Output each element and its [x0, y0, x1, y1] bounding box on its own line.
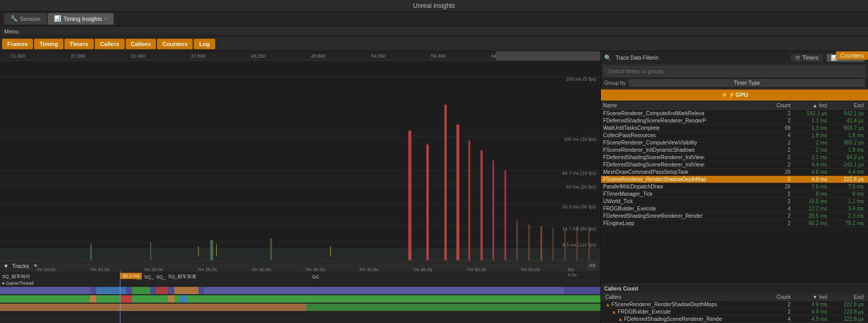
table-row[interactable]: FDeferredShadingSceneRenderer_RenderP 2 …: [601, 117, 868, 125]
table-row[interactable]: FTimerManager_Tick 2 8 ms 8 ms: [601, 191, 868, 198]
selected-time-indicator: 90.2 ms: [120, 272, 142, 279]
svg-rect-20: [516, 220, 517, 260]
row-name-14: FDeferredShadingSceneRenderer_Render: [603, 213, 766, 219]
nav-callees[interactable]: Callees: [126, 39, 157, 49]
row-excl-10: 7.5 ms: [829, 184, 866, 190]
tab-timing-label: Timing Insights: [63, 16, 102, 22]
caller-incl-0: 4.9 ms: [793, 302, 829, 307]
row-name-4: FSceneRenderer_ComputeViewVisibility: [603, 140, 766, 146]
row-count-11: 2: [766, 191, 793, 197]
scrollbar-indicator[interactable]: [496, 51, 600, 61]
row-incl-6: 2.1 ms: [793, 154, 829, 160]
row-excl-1: 41.4 µs: [829, 118, 866, 124]
row-excl-12: 1.2 ms: [829, 198, 866, 204]
svg-rect-15: [457, 125, 460, 260]
search-input[interactable]: [604, 66, 865, 76]
row-name-7: FDeferredShadingSceneRenderer_InitView:: [603, 162, 766, 168]
nav-counters[interactable]: Counters: [157, 39, 193, 49]
nav-timers[interactable]: Timers: [64, 39, 94, 49]
ruler-mark-1: 27,000: [71, 53, 85, 59]
svg-rect-21: [528, 224, 529, 260]
row-incl-4: 2 ms: [793, 140, 829, 146]
callers-section: Callers Count Callers Count ▼ Incl Excl …: [601, 284, 868, 323]
sq-label-3: SQ_: [144, 274, 153, 280]
row-excl-8: 4.4 ms: [829, 169, 866, 175]
gpu-button[interactable]: ⚡⚡GPU: [601, 90, 868, 101]
caller-excl-1: 222.8 µs: [829, 309, 866, 315]
callers-header-row: Callers Count ▼ Incl Excl: [601, 294, 868, 301]
table-row[interactable]: FDeferredShadingSceneRenderer_Render 2 2…: [601, 213, 868, 220]
row-excl-13: 3.4 ms: [829, 206, 866, 211]
table-row[interactable]: UWorld_Tick 2 10.5 ms 1.2 ms: [601, 198, 868, 205]
chart-label-16ms: 16.7 ms (60 fps): [562, 226, 596, 231]
callers-col-excl: Excl: [829, 294, 866, 300]
tab-timing-insights[interactable]: 📊 Timing Insights ×: [48, 13, 113, 25]
caller-incl-1: 4.9 ms: [793, 309, 829, 315]
table-row[interactable]: WaitUntilTasksComplete 69 1.3 ms 903.7 µ…: [601, 125, 868, 132]
group-by-select[interactable]: Timer Type: [629, 79, 865, 87]
timers-table[interactable]: Name Count ▲ Incl Excl FSceneRenderer_Co…: [601, 102, 868, 284]
nav-callers[interactable]: Callers: [95, 39, 125, 49]
callers-row[interactable]: ▲FDeferredShadingSceneRenderer_Rende 4 4…: [601, 316, 868, 323]
table-row[interactable]: ParallelMdcDispatchDraw 26 7.6 ms 7.5 ms: [601, 183, 868, 191]
nav-timing[interactable]: Timing: [34, 39, 63, 49]
callers-rows-container: ▲FSceneRenderer_RenderShadowDepthMaps 2 …: [601, 301, 868, 323]
nav-log[interactable]: Log: [194, 39, 215, 49]
table-row[interactable]: FSceneRenderer_RenderShadowDepthMap 2 4.…: [601, 176, 868, 183]
trace-data-filter-icon: 🔍: [604, 54, 611, 61]
table-row[interactable]: FRDGBuilder_Execute 4 12.2 ms 3.4 ms: [601, 205, 868, 213]
table-row[interactable]: FSceneRenderer_ComputeViewVisibility 2 2…: [601, 139, 868, 147]
svg-rect-18: [493, 161, 494, 261]
row-name-6: FDeferredShadingSceneRenderer_InitView:: [603, 154, 766, 160]
app-title: Unreal Insights: [413, 2, 455, 9]
table-row[interactable]: CollectPassResources 4 1.8 ms 1.8 ms: [601, 132, 868, 139]
track-bar-2: [0, 295, 600, 303]
chart-label-200ms: 200 ms (5 fps): [566, 76, 596, 82]
callers-count-title: Callers Count: [601, 284, 868, 294]
row-count-7: 2: [766, 162, 793, 168]
tab-session[interactable]: 🔧 Session: [4, 13, 47, 25]
row-count-0: 2: [766, 110, 793, 116]
col-header-count: Count: [766, 103, 793, 108]
col-header-incl[interactable]: ▲ Incl: [793, 103, 829, 108]
callers-row[interactable]: ▲FSceneRenderer_RenderShadowDepthMaps 2 …: [601, 301, 868, 308]
chart-label-66ms: 66.7 ms (15 fps): [562, 171, 596, 176]
callers-col-name: Callers: [603, 294, 766, 300]
timers-filter-btn[interactable]: ⏱ Timers: [791, 54, 822, 62]
callers-col-incl[interactable]: ▼ Incl: [793, 294, 829, 300]
row-name-0: FSceneRenderer_ComputeAndMarkReleva: [603, 110, 766, 116]
table-row[interactable]: FSceneRenderer_InitDynamicShadows 2 2 ms…: [601, 147, 868, 154]
group-by-bar: Group by Timer Type: [601, 77, 868, 89]
table-row[interactable]: FDeferredShadingSceneRenderer_InitView: …: [601, 154, 868, 161]
row-excl-9: 222.8 µs: [829, 176, 866, 182]
table-row[interactable]: MeshDrawCommandPassSetupTask 28 4.6 ms 4…: [601, 169, 868, 176]
row-count-13: 4: [766, 206, 793, 211]
track-nav-arrow[interactable]: >>: [587, 262, 597, 270]
table-row[interactable]: FSceneRenderer_ComputeAndMarkReleva 2 54…: [601, 110, 868, 117]
sq-label-1: SQ_箱车转向: [2, 273, 30, 280]
row-incl-12: 10.5 ms: [793, 198, 829, 204]
caller-excl-0: 222.8 µs: [829, 302, 866, 307]
timing-icon: 📊: [54, 15, 61, 22]
row-incl-7: 4.4 ms: [793, 162, 829, 168]
menu-label[interactable]: Menu: [4, 28, 19, 35]
chart-label-8ms: 8.3 ms (120 fps): [562, 242, 596, 248]
track-row-sq: SQ_箱车转向 SQ_ SQ_ SQ_ SQ_箱车加速 GC: [0, 273, 600, 281]
chart-area[interactable]: 200 ms (5 fps) 100 ms (10 fps) 66.7 ms (…: [0, 61, 600, 260]
chart-label-50ms: 50 ms (20 fps): [566, 184, 596, 190]
table-row[interactable]: FEngineLoop 2 90.2 ms 79.2 ms: [601, 220, 868, 227]
row-name-12: UWorld_Tick: [603, 198, 766, 204]
svg-rect-27: [198, 246, 199, 256]
nav-frames[interactable]: Frames: [2, 39, 33, 49]
row-count-2: 69: [766, 125, 793, 131]
row-count-6: 2: [766, 154, 793, 160]
table-row[interactable]: FDeferredShadingSceneRenderer_InitView: …: [601, 161, 868, 169]
row-excl-2: 903.7 µs: [829, 125, 866, 131]
caller-name-1: ▲FRDGBuilder_Execute: [603, 309, 766, 315]
row-incl-5: 2 ms: [793, 147, 829, 153]
close-icon[interactable]: ×: [104, 16, 107, 21]
row-excl-3: 1.8 ms: [829, 132, 866, 138]
caller-name-2: ▲FDeferredShadingSceneRenderer_Rende: [603, 316, 766, 322]
callers-row[interactable]: ▲FRDGBuilder_Execute 2 4.9 ms 222.8 µs: [601, 308, 868, 316]
row-name-8: MeshDrawCommandPassSetupTask: [603, 169, 766, 175]
